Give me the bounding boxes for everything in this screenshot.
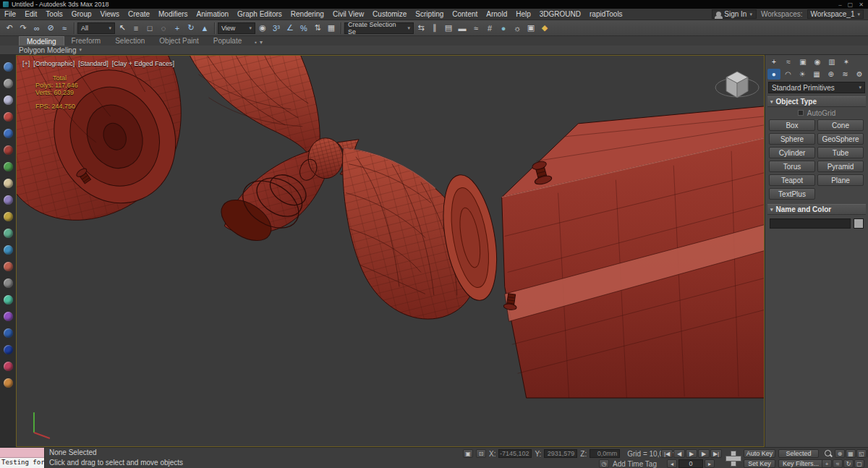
object-color-swatch[interactable] xyxy=(854,218,864,229)
set-key-button[interactable]: Set Key xyxy=(744,459,775,468)
plus-cross-icon[interactable] xyxy=(725,450,741,466)
name-color-rollout[interactable]: ▾ Name and Color xyxy=(767,204,866,215)
object-name-field[interactable] xyxy=(770,218,851,229)
ribbon-panel-header[interactable]: Polygon Modeling ▾ xyxy=(0,46,868,55)
pan-icon[interactable]: + xyxy=(822,459,832,468)
zoom-extents-icon[interactable]: ◱ xyxy=(856,449,867,458)
display-tab-icon[interactable]: ▥ xyxy=(825,56,838,67)
mirror-icon[interactable]: ⇆ xyxy=(414,22,427,35)
edit-named-selection-icon[interactable]: ▦ xyxy=(325,22,338,35)
geosphere-button[interactable]: GeoSphere xyxy=(817,133,864,145)
select-and-rotate-icon[interactable]: ↻ xyxy=(184,22,197,35)
ribbon-options-icon[interactable]: ▪ xyxy=(255,39,257,46)
left-tool-icon[interactable] xyxy=(4,95,13,105)
key-filter-selected-dropdown[interactable]: Selected xyxy=(778,449,819,458)
menu-modifiers[interactable]: Modifiers xyxy=(154,9,192,20)
menu-rendering[interactable]: Rendering xyxy=(286,9,328,20)
viewport-menu-pov[interactable]: [Orthographic] xyxy=(33,60,75,67)
left-tool-icon[interactable] xyxy=(4,129,13,138)
angle-snap-icon[interactable]: ∠ xyxy=(284,22,297,35)
next-frame-icon[interactable]: ▶ xyxy=(698,449,710,458)
systems-category-icon[interactable]: ⚙ xyxy=(853,69,866,80)
align-icon[interactable]: ∥ xyxy=(428,22,441,35)
unlink-selection-icon[interactable]: ⊘ xyxy=(44,22,57,35)
utilities-tab-icon[interactable]: ✶ xyxy=(840,56,853,67)
window-crossing-icon[interactable]: ◌ xyxy=(157,22,170,35)
left-tool-icon[interactable] xyxy=(4,195,13,205)
ribbon-tab-modeling[interactable]: Modeling xyxy=(19,36,64,46)
select-and-scale-icon[interactable]: ▲ xyxy=(198,22,211,35)
shapes-category-icon[interactable]: ◠ xyxy=(782,69,795,80)
minimize-button[interactable]: – xyxy=(838,1,841,8)
select-object-icon[interactable]: ↖ xyxy=(116,22,129,35)
menu-views[interactable]: Views xyxy=(96,9,124,20)
select-and-move-icon[interactable]: + xyxy=(171,22,184,35)
cameras-category-icon[interactable]: ▦ xyxy=(810,69,823,80)
sign-in-button[interactable]: Sign In ▾ xyxy=(712,9,757,19)
layer-manager-icon[interactable]: ▤ xyxy=(442,22,455,35)
teapot-button[interactable]: Teapot xyxy=(769,174,815,186)
menu-group[interactable]: Group xyxy=(67,9,96,20)
left-tool-icon[interactable] xyxy=(4,378,13,388)
left-tool-icon[interactable] xyxy=(4,245,13,255)
menu-3dground[interactable]: 3DGROUND xyxy=(535,9,585,20)
viewport-menu-standard[interactable]: [Standard] xyxy=(78,60,109,67)
menu-animation[interactable]: Animation xyxy=(192,9,233,20)
left-tool-icon[interactable] xyxy=(4,278,13,288)
lights-category-icon[interactable]: ☀ xyxy=(796,69,809,80)
object-type-rollout[interactable]: ▾ Object Type xyxy=(767,96,866,107)
menu-content[interactable]: Content xyxy=(448,9,482,20)
current-frame-field[interactable]: 0 xyxy=(678,459,703,468)
left-tool-icon[interactable] xyxy=(4,212,13,221)
torus-button[interactable]: Torus xyxy=(769,161,815,172)
select-by-name-icon[interactable]: ≡ xyxy=(129,22,142,35)
left-tool-icon[interactable] xyxy=(4,229,13,238)
snap-toggle-3d-icon[interactable]: 3³ xyxy=(270,22,283,35)
menu-tools[interactable]: Tools xyxy=(41,9,67,20)
menu-civil-view[interactable]: Civil View xyxy=(328,9,368,20)
left-tool-icon[interactable] xyxy=(4,62,13,72)
listener-script-row[interactable]: Testing for ... xyxy=(0,458,44,468)
y-coordinate-field[interactable]: 2931,579 xyxy=(544,449,577,458)
space-warps-category-icon[interactable]: ≋ xyxy=(839,69,852,80)
material-editor-icon[interactable]: ● xyxy=(497,22,510,35)
zoom-icon[interactable]: ⊕ xyxy=(835,449,845,458)
viewport[interactable]: [+] [Orthographic] [Standard] [Clay + Ed… xyxy=(16,55,765,447)
rendered-frame-icon[interactable]: ▣ xyxy=(524,22,537,35)
pyramid-button[interactable]: Pyramid xyxy=(817,161,864,172)
cylinder-button[interactable]: Cylinder xyxy=(769,147,815,158)
reference-coordsys-dropdown[interactable]: View ▾ xyxy=(218,22,255,34)
left-tool-icon[interactable] xyxy=(4,328,13,338)
maximize-button[interactable]: ▢ xyxy=(848,1,854,8)
tube-button[interactable]: Tube xyxy=(817,147,864,158)
walk-through-icon[interactable]: ≈ xyxy=(833,459,843,468)
maximize-viewport-icon[interactable]: ▢ xyxy=(854,459,864,468)
hierarchy-tab-icon[interactable]: ▣ xyxy=(796,56,809,67)
viewport-menu-shading[interactable]: [Clay + Edged Faces] xyxy=(112,60,174,67)
named-selection-dropdown[interactable]: Create Selection Se ▾ xyxy=(344,22,414,34)
select-and-link-icon[interactable]: ∞ xyxy=(30,22,43,35)
ribbon-tab-freeform[interactable]: Freeform xyxy=(64,36,109,46)
motion-tab-icon[interactable]: ◉ xyxy=(811,56,824,67)
spinner-snap-icon[interactable]: ⇅ xyxy=(311,22,324,35)
left-tool-icon[interactable] xyxy=(4,295,13,305)
create-tab-icon[interactable]: + xyxy=(767,56,780,67)
key-filters-button[interactable]: Key Filters... xyxy=(778,459,823,468)
geometry-category-icon[interactable]: ● xyxy=(767,69,780,80)
left-tool-icon[interactable] xyxy=(4,179,13,188)
viewport-menu-general[interactable]: [+] xyxy=(22,60,30,67)
workspace-dropdown[interactable]: Workspace_1 ▾ xyxy=(807,9,864,19)
ribbon-toggle-icon[interactable]: ▬ xyxy=(456,22,469,35)
menu-help[interactable]: Help xyxy=(511,9,535,20)
left-tool-icon[interactable] xyxy=(4,162,13,171)
left-tool-icon[interactable] xyxy=(4,312,13,321)
textplus-button[interactable]: TextPlus xyxy=(769,188,815,200)
percent-snap-icon[interactable]: % xyxy=(297,22,310,35)
listener-macro-row[interactable] xyxy=(0,448,44,458)
menu-create[interactable]: Create xyxy=(124,9,154,20)
sphere-button[interactable]: Sphere xyxy=(769,133,815,145)
previous-frame-icon[interactable]: ◀ xyxy=(673,449,685,458)
box-button[interactable]: Box xyxy=(769,119,815,131)
orbit-icon[interactable]: ↻ xyxy=(843,459,854,468)
left-tool-icon[interactable] xyxy=(4,345,13,354)
